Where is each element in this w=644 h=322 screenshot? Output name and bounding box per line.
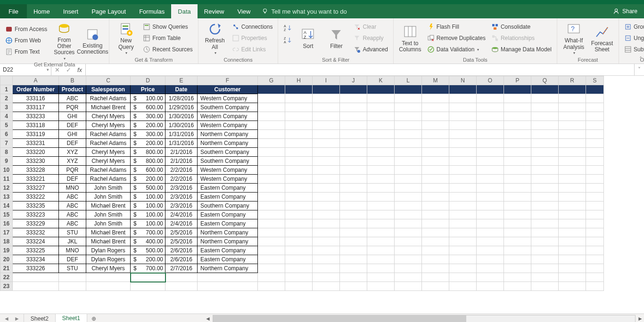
cell[interactable] [504,121,531,130]
cell[interactable] [285,237,313,246]
row-header-5[interactable]: 5 [0,121,13,130]
cell[interactable] [422,157,449,166]
cell[interactable] [531,264,559,273]
cell[interactable] [586,139,604,148]
cell[interactable] [559,166,586,175]
sheet-nav-prev[interactable]: ◄ [4,315,9,322]
cell[interactable] [559,148,586,157]
col-header-N[interactable]: N [449,76,477,85]
cell[interactable] [367,210,395,219]
cell[interactable]: Eastern Company [198,255,258,264]
cell[interactable]: Rachel Adams [86,139,131,148]
cell[interactable] [198,273,258,282]
cell[interactable] [367,184,395,193]
cell[interactable]: $500.00 [131,246,165,255]
cell[interactable] [313,166,340,175]
cell[interactable] [340,139,367,148]
cell[interactable]: 333117 [13,103,59,112]
table-header-cell[interactable]: Order Number [13,85,59,94]
cell[interactable] [285,157,313,166]
cell[interactable] [285,246,313,255]
cell[interactable] [422,166,449,175]
cell[interactable] [313,228,340,237]
cell[interactable] [477,85,504,94]
row-header-17[interactable]: 17 [0,228,13,237]
cell[interactable] [285,219,313,228]
col-header-F[interactable]: F [198,76,258,85]
cell[interactable] [165,282,198,291]
cell[interactable] [586,255,604,264]
cell[interactable] [504,193,531,201]
cell[interactable]: Cheryl Myers [86,157,131,166]
col-header-M[interactable]: M [422,76,449,85]
table-header-cell[interactable]: Product [59,85,86,94]
cell[interactable] [477,201,504,210]
cell[interactable] [559,175,586,184]
cell[interactable] [367,201,395,210]
cell[interactable] [422,175,449,184]
tell-me-search[interactable]: Tell me what you want to do [257,4,351,18]
cell[interactable] [86,282,131,291]
cell[interactable] [395,94,422,103]
cell[interactable] [422,219,449,228]
row-header-22[interactable]: 22 [0,273,13,282]
cell[interactable] [559,282,586,291]
cell[interactable] [531,273,559,282]
cell[interactable]: Western Company [198,166,258,175]
cell[interactable]: 333225 [13,246,59,255]
cell[interactable] [313,201,340,210]
cell[interactable] [559,219,586,228]
cell[interactable] [367,219,395,228]
cell[interactable] [340,193,367,201]
cell[interactable] [531,246,559,255]
cell[interactable] [477,219,504,228]
cell[interactable]: 333220 [13,148,59,157]
cell[interactable] [477,94,504,103]
cell[interactable] [340,94,367,103]
cell[interactable] [422,121,449,130]
row-header-11[interactable]: 11 [0,175,13,184]
cell[interactable] [367,121,395,130]
cell[interactable] [449,184,477,193]
cell[interactable] [313,184,340,193]
cell[interactable] [449,166,477,175]
cell[interactable] [258,237,285,246]
cell[interactable] [285,121,313,130]
cell[interactable] [367,130,395,139]
cell[interactable]: Western Company [198,94,258,103]
cell[interactable] [285,112,313,121]
cell[interactable]: Michael Brent [86,103,131,112]
cell[interactable] [449,282,477,291]
cell[interactable] [285,264,313,273]
cell[interactable]: ABC [59,94,86,103]
row-header-12[interactable]: 12 [0,184,13,193]
cell[interactable]: 333229 [13,219,59,228]
cell[interactable] [313,193,340,201]
sort-desc-button[interactable]: ZA [282,35,292,45]
cell[interactable]: Cheryl Myers [86,121,131,130]
cell[interactable]: Eastern Company [198,246,258,255]
cell[interactable] [559,210,586,219]
col-header-B[interactable]: B [59,76,86,85]
cell[interactable]: Northern Company [198,228,258,237]
cell[interactable] [422,103,449,112]
cell[interactable] [477,210,504,219]
col-header-P[interactable]: P [504,76,531,85]
cell[interactable] [477,273,504,282]
cell[interactable] [586,103,604,112]
cell[interactable] [367,237,395,246]
cell[interactable] [395,85,422,94]
cell[interactable] [340,157,367,166]
cell[interactable] [559,121,586,130]
cell[interactable] [449,112,477,121]
cell[interactable] [422,237,449,246]
cell[interactable] [340,103,367,112]
cell[interactable] [422,193,449,201]
cell[interactable]: GHI [59,130,86,139]
row-header-15[interactable]: 15 [0,210,13,219]
cell[interactable] [258,175,285,184]
cell[interactable] [285,184,313,193]
cell[interactable] [258,166,285,175]
cell[interactable] [531,255,559,264]
cell[interactable]: $300.00 [131,112,165,121]
